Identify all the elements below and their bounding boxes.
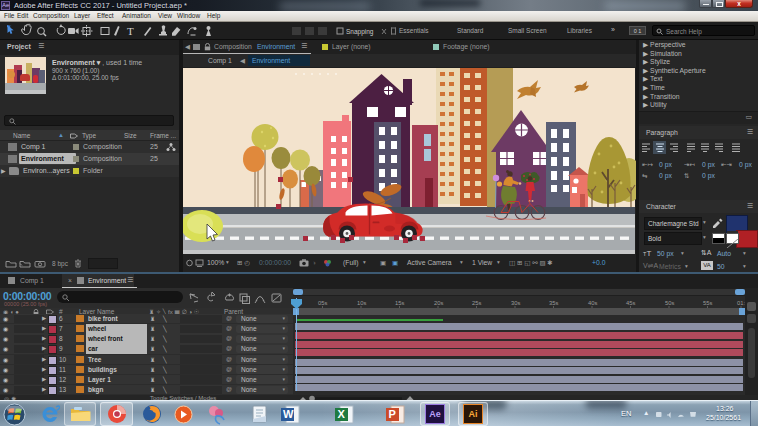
svg-text:T: T	[127, 25, 134, 37]
svg-text:P: P	[389, 408, 396, 420]
svg-text:W: W	[283, 408, 294, 420]
svg-text:Snapping: Snapping	[346, 28, 374, 36]
svg-text:X: X	[338, 408, 346, 420]
